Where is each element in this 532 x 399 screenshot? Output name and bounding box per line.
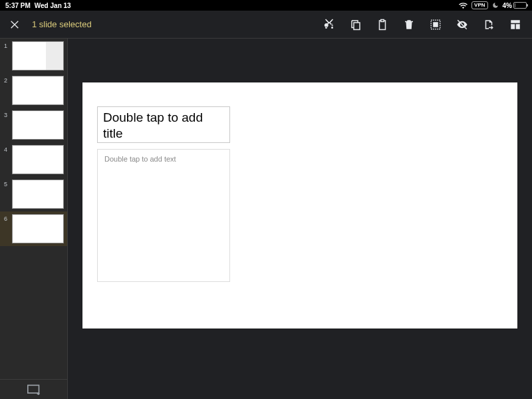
slide-thumbnail-list[interactable]: 1 2 3 4 5 6: [0, 39, 67, 379]
battery-percent: 4%: [503, 2, 512, 9]
app-toolbar: 1 slide selected: [0, 11, 532, 39]
slide-preview: [12, 41, 64, 70]
status-date: Wed Jan 13: [35, 2, 71, 9]
thumbnail-footer: [0, 379, 67, 399]
hide-button[interactable]: [455, 17, 469, 32]
wifi-icon: [459, 2, 467, 9]
new-slide-button[interactable]: [27, 384, 41, 395]
vpn-badge: VPN: [471, 1, 487, 9]
battery-indicator: 4%: [503, 2, 527, 9]
slide-editor[interactable]: Double tap to add title Double tap to ad…: [68, 39, 532, 399]
moon-icon: [492, 2, 499, 9]
copy-button[interactable]: [348, 17, 363, 32]
slide-preview: [12, 145, 64, 174]
slide-number: 3: [4, 110, 9, 118]
delete-button[interactable]: [402, 17, 416, 32]
cut-button[interactable]: [322, 17, 336, 32]
slide-number: 1: [4, 41, 9, 49]
selection-status: 1 slide selected: [32, 19, 92, 29]
slide-number: 6: [4, 214, 9, 222]
title-placeholder[interactable]: Double tap to add title: [97, 106, 230, 143]
slide-number: 5: [4, 180, 9, 188]
svg-rect-1: [27, 385, 39, 393]
status-time: 5:37 PM: [5, 2, 31, 9]
slide-preview: [12, 110, 64, 140]
slide-thumbnail[interactable]: 4: [0, 142, 67, 177]
layout-button[interactable]: [508, 17, 523, 32]
close-button[interactable]: [7, 17, 23, 33]
import-button[interactable]: [481, 17, 496, 32]
slide-thumbnail[interactable]: 1: [0, 39, 67, 73]
device-statusbar: 5:37 PM Wed Jan 13 VPN 4%: [0, 0, 532, 11]
slide-thumbnail-panel: 1 2 3 4 5 6: [0, 39, 68, 399]
slide-preview: [12, 180, 64, 209]
slide-preview: [12, 214, 64, 243]
body-placeholder[interactable]: Double tap to add text: [97, 149, 230, 282]
svg-rect-0: [433, 22, 438, 27]
slide-number: 2: [4, 76, 9, 84]
slide-number: 4: [4, 145, 9, 153]
slide-thumbnail[interactable]: 5: [0, 177, 67, 211]
slide-thumbnail[interactable]: 6: [0, 211, 67, 246]
slide-thumbnail[interactable]: 2: [0, 73, 67, 108]
paste-button[interactable]: [375, 17, 390, 32]
slide-preview: [12, 76, 64, 105]
select-all-button[interactable]: [428, 17, 443, 32]
main-area: 1 2 3 4 5 6: [0, 39, 532, 399]
slide-thumbnail[interactable]: 3: [0, 108, 67, 142]
current-slide[interactable]: Double tap to add title Double tap to ad…: [82, 82, 517, 329]
